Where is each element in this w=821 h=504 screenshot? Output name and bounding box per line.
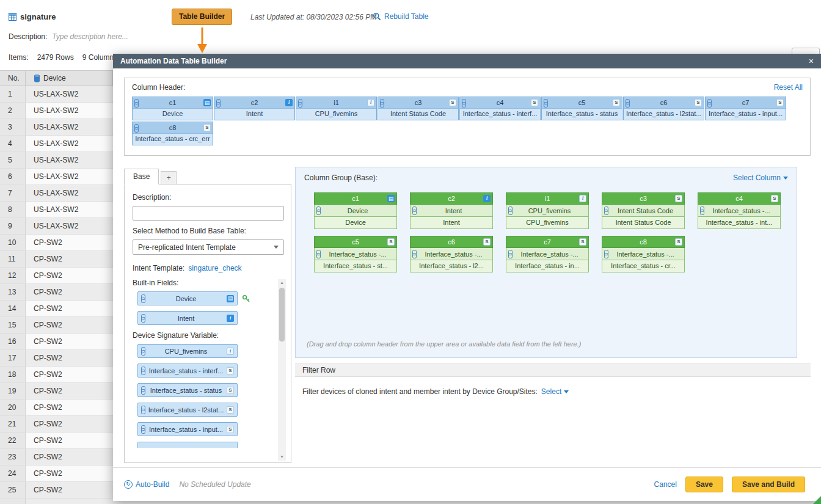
description-input[interactable] (133, 206, 284, 221)
field-name: CPU_fivemins (506, 207, 588, 214)
items-row: Items: 2479 Rows 9 Columns (9, 53, 117, 62)
row-device-cell: CP-SW2 (26, 367, 62, 382)
column-header-chip[interactable]: i1 i CPU_fivemins (296, 97, 377, 120)
column-card[interactable]: c5 S Interface_status -... Interface_sta… (314, 236, 397, 272)
link-icon (508, 250, 513, 258)
column-header-chip[interactable]: c4 S Interface_status - interf... (459, 97, 541, 120)
row-number-cell: 11 (0, 251, 26, 267)
column-id: c5 (578, 99, 586, 106)
column-card[interactable]: c8 S Interface_status -... Interface_sta… (602, 236, 685, 272)
scrollbar-thumb[interactable] (279, 288, 285, 341)
field-name: Interface_status -... (410, 250, 492, 258)
column-header-chip[interactable]: c6 S Interface_status - l2stat... (623, 97, 704, 120)
auto-build-button[interactable]: ↻ Auto-Build (124, 480, 169, 489)
rows-count: 2479 Rows (37, 53, 74, 62)
column-id: c7 (742, 99, 750, 106)
table-builder-button[interactable]: Table Builder (172, 9, 232, 25)
column-id: c8 (169, 124, 177, 131)
field-chip[interactable]: Interface_status - input... S (137, 422, 238, 436)
intent-template-link[interactable]: singature_check (188, 264, 241, 272)
dialog-body: Column Header: Reset All c1 ▤ Device (113, 68, 821, 501)
row-device-cell: US-LAX-SW2 (26, 218, 78, 234)
app-window: signature Table Builder Last Updated at:… (0, 0, 821, 504)
built-in-fields-list: Device ▤ Intent i (133, 291, 283, 325)
column-header-no[interactable]: No. (0, 71, 26, 86)
close-icon[interactable]: × (809, 57, 814, 65)
field-row: Intent i (137, 311, 283, 325)
cancel-button[interactable]: Cancel (654, 480, 677, 489)
description-placeholder[interactable]: Type description here... (52, 32, 128, 41)
field-chip[interactable]: Interface_status - status S (137, 383, 238, 397)
field-type-icon: S (227, 426, 234, 433)
column-name: Interface_status - l2... (410, 260, 493, 272)
column-id: i1 (334, 99, 339, 106)
row-device-cell: CP-SW2 (26, 383, 62, 399)
corner-widget[interactable] (813, 496, 821, 504)
row-number-cell: 5 (0, 152, 26, 168)
rebuild-table-link[interactable]: Rebuild Table (373, 12, 429, 21)
tab-base[interactable]: Base (124, 169, 159, 184)
field-chip[interactable]: CPU_fivemins i (137, 344, 238, 358)
link-icon (316, 206, 321, 214)
field-type-icon: S (579, 238, 586, 246)
column-card[interactable]: c1 ▤ Device Device (314, 192, 397, 229)
column-card[interactable]: c6 S Interface_status -... Interface_sta… (410, 236, 493, 272)
row-number-cell: 19 (0, 383, 26, 399)
column-card[interactable]: c2 i Intent Intent (410, 192, 493, 229)
column-id: c3 (415, 99, 422, 106)
column-header-label: Device (43, 74, 66, 82)
link-icon (141, 386, 145, 394)
filter-select-dropdown[interactable]: Select (541, 387, 569, 396)
table-icon (9, 13, 16, 21)
field-type-icon: ▤ (387, 195, 395, 202)
column-card-field: Interface_status -... (410, 248, 493, 260)
column-header-chip[interactable]: c5 S Interface_status - status (541, 97, 622, 120)
column-header-chip[interactable]: c3 S Intent Status Code (378, 97, 459, 120)
link-icon (298, 99, 302, 107)
scroll-down-icon[interactable]: ▼ (278, 453, 286, 461)
column-header-device[interactable]: Device (26, 71, 113, 86)
field-chip[interactable]: Interface_status - l2stat... S (137, 403, 238, 417)
column-card-field: CPU_fivemins (506, 205, 589, 217)
field-chip[interactable]: Device ▤ (137, 291, 238, 305)
column-card[interactable]: c7 S Interface_status -... Interface_sta… (506, 236, 589, 272)
column-card[interactable]: c4 S Interface_status -... Interface_sta… (698, 192, 781, 229)
column-group-section: Column Group (Base): Select Column c1 ▤ (295, 167, 797, 358)
scroll-up-icon[interactable]: ▲ (278, 279, 286, 287)
save-and-build-button[interactable]: Save and Build (732, 477, 805, 492)
field-type-icon: i (579, 195, 586, 202)
column-name: Device (133, 109, 213, 120)
columns-count: 9 Columns (82, 53, 117, 62)
field-type-icon: i (285, 99, 293, 106)
column-header-chip[interactable]: c1 ▤ Device (132, 97, 213, 120)
scrollbar[interactable]: ▲ ▼ (278, 279, 286, 461)
column-name: Interface_status - status (542, 109, 622, 120)
save-button[interactable]: Save (685, 477, 723, 492)
select-column-dropdown[interactable]: Select Column (733, 173, 788, 182)
field-chip[interactable]: Intent i (137, 311, 238, 325)
column-header-chips: c1 ▤ Device c2 i Intent (125, 95, 810, 148)
row-device-cell: CP-SW2 (26, 400, 62, 415)
field-chip[interactable]: Interface_status - interf... S (137, 363, 238, 378)
link-icon (604, 206, 608, 214)
column-card-field: Device (314, 205, 397, 217)
page-title-group: signature (9, 12, 56, 21)
column-card[interactable]: c3 S Intent Status Code Intent Status Co… (602, 192, 685, 229)
field-type-icon: S (675, 238, 682, 246)
column-name: Interface_status - l2stat... (624, 109, 704, 120)
column-card-field: Interface_status -... (506, 248, 589, 260)
reset-all-link[interactable]: Reset All (774, 83, 803, 92)
add-tab-button[interactable]: + (161, 171, 177, 184)
field-chip-partial[interactable] (137, 442, 238, 448)
column-header-chip[interactable]: c2 i Intent (214, 97, 295, 120)
field-type-icon: S (449, 99, 456, 106)
column-card[interactable]: i1 i CPU_fivemins CPU_fivemins (506, 192, 589, 229)
method-select[interactable]: Pre-replicated Intent Template (133, 239, 284, 255)
field-row: Interface_status - status S (137, 383, 283, 397)
link-icon (134, 124, 139, 132)
column-header-chip[interactable]: c7 S Interface_status - input... (705, 97, 786, 120)
column-card-header: c1 ▤ (314, 192, 397, 205)
link-icon (544, 99, 548, 107)
column-header-chip[interactable]: c8 S Interface_status - crc_err (132, 122, 213, 145)
row-device-cell: CP-SW2 (26, 334, 62, 349)
